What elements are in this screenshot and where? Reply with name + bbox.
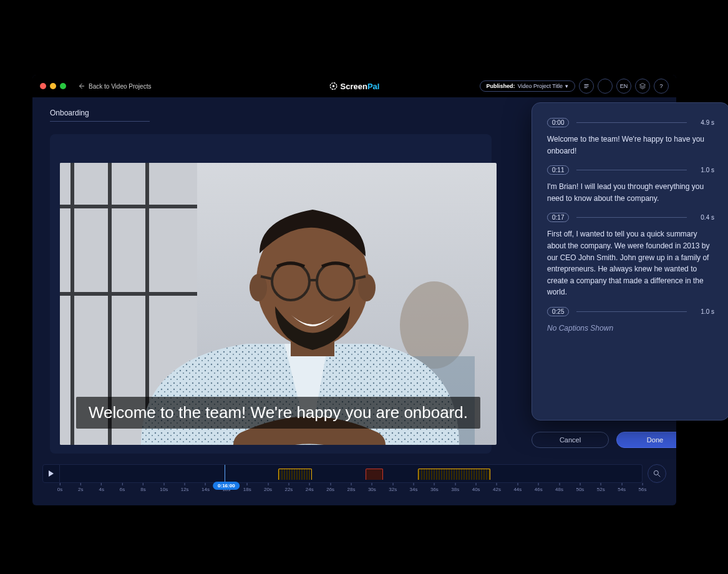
project-title-tab[interactable]: Onboarding: [50, 105, 150, 122]
timeline-segment[interactable]: [278, 469, 312, 480]
svg-point-1: [332, 85, 335, 87]
tick: 30s: [368, 483, 376, 492]
caption-row[interactable]: 0:004.9 sWelcome to the team! We're happ…: [547, 118, 714, 157]
video-stage: Welcome to the team! We're happy you are…: [50, 134, 492, 454]
tick: 20s: [264, 483, 272, 492]
window-controls: [40, 83, 66, 89]
brand-logo: ScreenPal: [329, 82, 380, 91]
caption-row[interactable]: 0:111.0 sI'm Brian! I will lead you thro…: [547, 165, 714, 204]
caption-divider: [576, 170, 687, 170]
search-icon: [653, 469, 661, 478]
layers-icon: [639, 82, 646, 90]
list-button[interactable]: [579, 79, 594, 94]
chevron-down-icon: ▾: [565, 83, 568, 89]
tick: 0s: [57, 483, 62, 492]
caption-divider: [576, 311, 687, 312]
list-icon: [583, 82, 590, 90]
timeline-segment[interactable]: [366, 469, 383, 480]
tick: 4s: [99, 483, 104, 492]
done-button[interactable]: Done: [616, 432, 676, 448]
caption-text[interactable]: No Captions Shown: [547, 323, 714, 334]
caption-duration: 1.0 s: [701, 167, 714, 173]
tick: 46s: [535, 483, 543, 492]
caption-overlay: Welcome to the team! We're happy you are…: [76, 397, 480, 429]
caption-row[interactable]: 0:170.4 sFirst off, I wanted to tell you…: [547, 213, 714, 298]
tick: 14s: [201, 483, 210, 492]
tick: 12s: [181, 483, 189, 492]
caption-text[interactable]: I'm Brian! I will lead you through every…: [547, 181, 714, 204]
tick: 36s: [430, 483, 439, 492]
tick: 56s: [639, 483, 647, 492]
close-icon[interactable]: [40, 83, 46, 89]
timeline-segment[interactable]: [418, 469, 491, 480]
tick: 52s: [597, 483, 605, 492]
tick: 26s: [326, 483, 334, 492]
arrow-left-icon: [77, 82, 85, 90]
titlebar: Back to Video Projects ScreenPal Publish…: [32, 75, 676, 97]
titlebar-right: Published: Video Project Title ▾ EN ?: [480, 79, 669, 94]
caption-duration: 4.9 s: [701, 119, 714, 126]
cancel-button[interactable]: Cancel: [531, 432, 609, 448]
tick: 18s: [243, 483, 251, 492]
timeline-ruler: 0s2s4s6s8s10s12s14s16s18s20s22s24s26s28s…: [60, 483, 643, 495]
caption-divider: [576, 122, 687, 123]
playhead[interactable]: [225, 465, 225, 482]
caption-time: 0:17: [547, 213, 569, 222]
tick: 34s: [410, 483, 418, 492]
tick: 28s: [347, 483, 356, 492]
play-icon: [48, 470, 54, 477]
layers-button[interactable]: [635, 79, 650, 94]
maximize-icon[interactable]: [60, 83, 66, 89]
caption-row[interactable]: 0:251.0 sNo Captions Shown: [547, 307, 714, 334]
tick: 32s: [389, 483, 397, 492]
caption-divider: [576, 217, 687, 218]
timeline-track[interactable]: [60, 464, 643, 483]
empty-button[interactable]: [598, 79, 613, 94]
caption-time: 0:11: [547, 165, 569, 175]
tick: 24s: [306, 483, 314, 492]
tick: 10s: [160, 483, 168, 492]
language-button[interactable]: EN: [616, 79, 631, 94]
caption-time: 0:25: [547, 307, 569, 316]
help-button[interactable]: ?: [654, 79, 669, 94]
tick: 50s: [576, 483, 584, 492]
timeline: 0s2s4s6s8s10s12s14s16s18s20s22s24s26s28s…: [42, 464, 666, 495]
current-time-indicator[interactable]: 0:16:00: [213, 482, 240, 490]
logo-icon: [329, 82, 338, 90]
play-button[interactable]: [42, 464, 60, 483]
tick: 44s: [513, 483, 522, 492]
captions-panel: 0:004.9 sWelcome to the team! We're happ…: [531, 102, 728, 421]
caption-text[interactable]: Welcome to the team! We're happy to have…: [547, 134, 714, 157]
back-label: Back to Video Projects: [89, 83, 151, 90]
tick: 54s: [618, 483, 626, 492]
tick: 8s: [140, 483, 145, 492]
caption-time: 0:00: [547, 118, 569, 127]
video-preview[interactable]: Welcome to the team! We're happy you are…: [60, 163, 497, 445]
tick: 42s: [493, 483, 501, 492]
minimize-icon[interactable]: [50, 83, 56, 89]
back-button[interactable]: Back to Video Projects: [77, 82, 151, 90]
caption-duration: 0.4 s: [701, 214, 714, 221]
panel-footer: Cancel Done: [531, 432, 676, 448]
tick: 2s: [78, 483, 83, 492]
zoom-button[interactable]: [648, 464, 666, 483]
publish-status-dropdown[interactable]: Published: Video Project Title ▾: [480, 80, 575, 92]
svg-point-23: [654, 470, 658, 475]
tick: 6s: [120, 483, 125, 492]
caption-text[interactable]: First off, I wanted to tell you a quick …: [547, 228, 714, 298]
tick: 22s: [284, 483, 293, 492]
tick: 48s: [555, 483, 563, 492]
svg-line-24: [658, 475, 661, 477]
tick: 38s: [451, 483, 459, 492]
tick: 40s: [472, 483, 480, 492]
caption-duration: 1.0 s: [701, 308, 714, 315]
